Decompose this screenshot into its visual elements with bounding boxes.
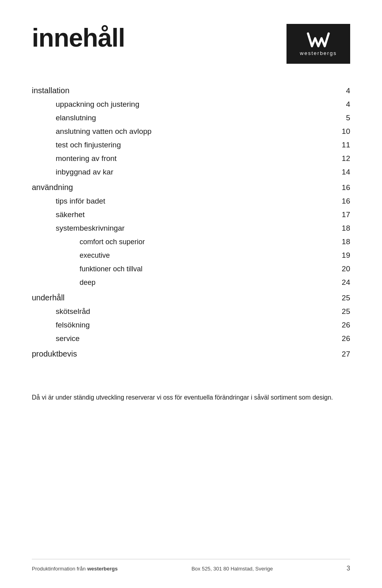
toc-container: installation4uppackning och justering4el… (32, 84, 350, 361)
page: innehåll westerbergs installation4uppack… (0, 0, 382, 588)
toc-label: felsökning (56, 321, 330, 329)
toc-row: comfort och superior18 (32, 235, 350, 249)
toc-page-number: 18 (338, 224, 350, 233)
toc-label: produktbevis (32, 349, 330, 359)
toc-page-number: 16 (338, 197, 350, 206)
toc-page-number: 25 (338, 307, 350, 316)
toc-label: montering av front (56, 154, 330, 163)
toc-label: uppackning och justering (56, 100, 330, 109)
toc-label: test och finjustering (56, 141, 330, 149)
footer-note: Då vi är under ständig utveckling reserv… (32, 393, 350, 402)
toc-row: produktbevis27 (32, 347, 350, 361)
toc-row: inbyggnad av kar14 (32, 165, 350, 179)
toc-row: montering av front12 (32, 152, 350, 165)
toc-label: säkerhet (56, 210, 330, 219)
toc-row: skötselråd25 (32, 305, 350, 318)
footer-left-text: Produktinformation från (32, 566, 86, 572)
footer-page-number: 3 (347, 565, 350, 572)
toc-page-number: 24 (338, 278, 350, 287)
toc-page-number: 27 (338, 350, 350, 359)
toc-label: funktioner och tillval (80, 265, 330, 273)
toc-row: installation4 (32, 84, 350, 98)
westerbergs-logo-icon (306, 32, 330, 48)
toc-label: installation (32, 86, 330, 95)
toc-row: uppackning och justering4 (32, 98, 350, 111)
toc-row: funktioner och tillval20 (32, 262, 350, 276)
toc-label: underhåll (32, 293, 330, 302)
toc-page-number: 25 (338, 294, 350, 302)
toc-row: systembeskrivningar18 (32, 221, 350, 235)
toc-page-number: 19 (338, 251, 350, 260)
toc-row: service26 (32, 332, 350, 345)
logo-box: westerbergs (286, 24, 350, 64)
toc-page-number: 26 (338, 334, 350, 343)
footer-bar: Produktinformation från westerbergs Box … (32, 559, 350, 572)
toc-row: säkerhet17 (32, 208, 350, 221)
toc-label: deep (80, 278, 330, 287)
toc-label: inbyggnad av kar (56, 168, 330, 176)
footer-brand: westerbergs (87, 566, 118, 572)
footer-bar-left: Produktinformation från westerbergs (32, 566, 118, 572)
toc-page-number: 10 (338, 127, 350, 136)
toc-page-number: 14 (338, 168, 350, 176)
toc-page-number: 20 (338, 265, 350, 273)
toc-row: underhåll25 (32, 291, 350, 305)
toc-page-number: 16 (338, 183, 350, 192)
toc-page-number: 11 (338, 141, 350, 149)
page-header: innehåll westerbergs (32, 24, 350, 64)
toc-row: felsökning26 (32, 318, 350, 332)
toc-row: användning16 (32, 180, 350, 194)
toc-label: executive (80, 251, 330, 260)
toc-page-number: 4 (338, 100, 350, 109)
toc-row: deep24 (32, 276, 350, 289)
toc-label: systembeskrivningar (56, 224, 330, 233)
toc-page-number: 4 (338, 86, 350, 95)
toc-page-number: 18 (338, 237, 350, 246)
toc-page-number: 12 (338, 154, 350, 163)
toc-row: test och finjustering11 (32, 138, 350, 152)
toc-label: elanslutning (56, 114, 330, 122)
toc-row: tips inför badet16 (32, 194, 350, 208)
logo-brand-text: westerbergs (300, 50, 337, 56)
toc-row: elanslutning5 (32, 111, 350, 125)
toc-label: tips inför badet (56, 197, 330, 206)
toc-row: anslutning vatten och avlopp10 (32, 125, 350, 138)
toc-page-number: 26 (338, 321, 350, 329)
toc-label: användning (32, 183, 330, 192)
toc-label: skötselråd (56, 307, 330, 316)
page-title: innehåll (32, 24, 125, 52)
toc-row: executive19 (32, 249, 350, 262)
toc-page-number: 5 (338, 114, 350, 122)
toc-page-number: 17 (338, 210, 350, 219)
footer-center-text: Box 525, 301 80 Halmstad, Sverige (191, 566, 273, 572)
toc-label: comfort och superior (80, 238, 330, 246)
toc-label: anslutning vatten och avlopp (56, 127, 330, 136)
toc-label: service (56, 334, 330, 343)
